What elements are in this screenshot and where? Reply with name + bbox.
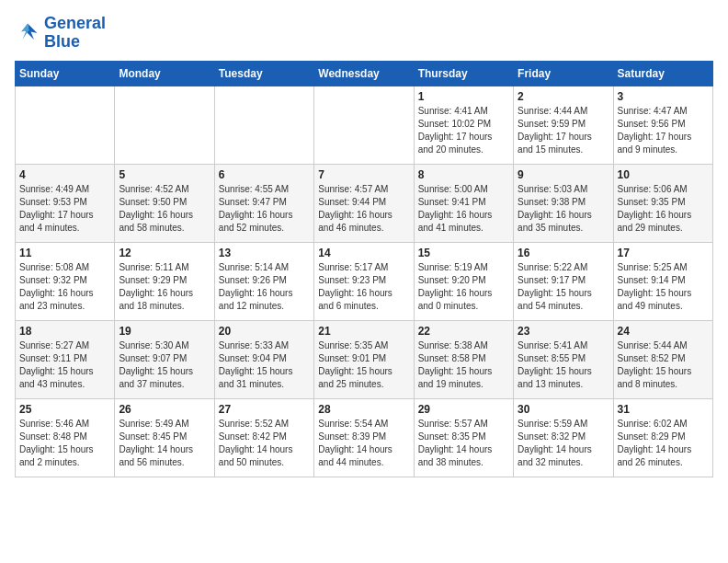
svg-marker-1 — [21, 23, 28, 40]
week-row-2: 4Sunrise: 4:49 AM Sunset: 9:53 PM Daylig… — [16, 164, 713, 242]
day-number: 21 — [318, 325, 409, 338]
day-number: 10 — [618, 168, 709, 181]
day-cell: 27Sunrise: 5:52 AM Sunset: 8:42 PM Dayli… — [214, 398, 313, 477]
day-detail: Sunrise: 5:00 AM Sunset: 9:41 PM Dayligh… — [418, 183, 509, 235]
day-cell: 15Sunrise: 5:19 AM Sunset: 9:20 PM Dayli… — [414, 242, 513, 320]
day-cell — [115, 86, 214, 164]
day-number: 7 — [318, 168, 409, 181]
day-cell: 6Sunrise: 4:55 AM Sunset: 9:47 PM Daylig… — [214, 164, 313, 242]
day-number: 4 — [19, 168, 110, 181]
calendar-body: 1Sunrise: 4:41 AM Sunset: 10:02 PM Dayli… — [16, 86, 713, 477]
day-cell: 24Sunrise: 5:44 AM Sunset: 8:52 PM Dayli… — [613, 320, 712, 398]
day-detail: Sunrise: 5:59 AM Sunset: 8:32 PM Dayligh… — [518, 418, 609, 469]
day-detail: Sunrise: 5:11 AM Sunset: 9:29 PM Dayligh… — [119, 261, 210, 313]
day-cell: 29Sunrise: 5:57 AM Sunset: 8:35 PM Dayli… — [414, 398, 513, 477]
day-detail: Sunrise: 5:27 AM Sunset: 9:11 PM Dayligh… — [19, 339, 110, 391]
day-detail: Sunrise: 4:47 AM Sunset: 9:56 PM Dayligh… — [618, 105, 709, 156]
day-number: 2 — [518, 90, 609, 103]
day-detail: Sunrise: 5:03 AM Sunset: 9:38 PM Dayligh… — [518, 183, 609, 235]
day-detail: Sunrise: 4:44 AM Sunset: 9:59 PM Dayligh… — [518, 105, 609, 156]
day-number: 28 — [318, 403, 409, 416]
day-detail: Sunrise: 5:25 AM Sunset: 9:14 PM Dayligh… — [618, 261, 709, 313]
day-number: 26 — [119, 403, 210, 416]
day-detail: Sunrise: 5:19 AM Sunset: 9:20 PM Dayligh… — [418, 261, 509, 313]
day-detail: Sunrise: 5:38 AM Sunset: 8:58 PM Dayligh… — [418, 339, 509, 391]
day-cell: 25Sunrise: 5:46 AM Sunset: 8:48 PM Dayli… — [16, 398, 115, 477]
day-cell: 4Sunrise: 4:49 AM Sunset: 9:53 PM Daylig… — [16, 164, 115, 242]
day-cell: 12Sunrise: 5:11 AM Sunset: 9:29 PM Dayli… — [115, 242, 214, 320]
header-cell-tuesday: Tuesday — [214, 61, 313, 86]
day-number: 14 — [318, 247, 409, 259]
day-detail: Sunrise: 5:41 AM Sunset: 8:55 PM Dayligh… — [518, 339, 609, 391]
day-cell: 3Sunrise: 4:47 AM Sunset: 9:56 PM Daylig… — [613, 86, 712, 164]
day-detail: Sunrise: 5:14 AM Sunset: 9:26 PM Dayligh… — [219, 261, 310, 313]
day-number: 8 — [418, 168, 509, 181]
day-detail: Sunrise: 5:30 AM Sunset: 9:07 PM Dayligh… — [119, 339, 210, 391]
day-cell: 8Sunrise: 5:00 AM Sunset: 9:41 PM Daylig… — [414, 164, 513, 242]
header-cell-thursday: Thursday — [414, 61, 513, 86]
day-number: 3 — [618, 90, 709, 103]
day-detail: Sunrise: 5:52 AM Sunset: 8:42 PM Dayligh… — [219, 418, 310, 469]
day-detail: Sunrise: 4:41 AM Sunset: 10:02 PM Daylig… — [418, 105, 509, 156]
day-cell: 19Sunrise: 5:30 AM Sunset: 9:07 PM Dayli… — [115, 320, 214, 398]
day-detail: Sunrise: 4:52 AM Sunset: 9:50 PM Dayligh… — [119, 183, 210, 235]
day-detail: Sunrise: 4:49 AM Sunset: 9:53 PM Dayligh… — [19, 183, 110, 235]
header-cell-saturday: Saturday — [613, 61, 712, 86]
day-number: 30 — [518, 403, 609, 416]
day-cell — [314, 86, 414, 164]
day-cell: 18Sunrise: 5:27 AM Sunset: 9:11 PM Dayli… — [16, 320, 115, 398]
day-cell: 1Sunrise: 4:41 AM Sunset: 10:02 PM Dayli… — [414, 86, 513, 164]
day-cell: 14Sunrise: 5:17 AM Sunset: 9:23 PM Dayli… — [314, 242, 414, 320]
day-number: 23 — [518, 325, 609, 338]
day-cell: 26Sunrise: 5:49 AM Sunset: 8:45 PM Dayli… — [115, 398, 214, 477]
day-detail: Sunrise: 5:33 AM Sunset: 9:04 PM Dayligh… — [219, 339, 310, 391]
day-cell: 17Sunrise: 5:25 AM Sunset: 9:14 PM Dayli… — [613, 242, 712, 320]
day-number: 24 — [618, 325, 709, 338]
day-number: 5 — [119, 168, 210, 181]
day-number: 18 — [19, 325, 110, 338]
day-cell: 22Sunrise: 5:38 AM Sunset: 8:58 PM Dayli… — [414, 320, 513, 398]
day-detail: Sunrise: 5:54 AM Sunset: 8:39 PM Dayligh… — [318, 418, 409, 469]
header-cell-friday: Friday — [514, 61, 613, 86]
day-cell: 5Sunrise: 4:52 AM Sunset: 9:50 PM Daylig… — [115, 164, 214, 242]
week-row-4: 18Sunrise: 5:27 AM Sunset: 9:11 PM Dayli… — [16, 320, 713, 398]
day-detail: Sunrise: 5:08 AM Sunset: 9:32 PM Dayligh… — [19, 261, 110, 313]
header-cell-monday: Monday — [115, 61, 214, 86]
day-number: 15 — [418, 247, 509, 259]
day-cell: 13Sunrise: 5:14 AM Sunset: 9:26 PM Dayli… — [214, 242, 313, 320]
day-cell: 28Sunrise: 5:54 AM Sunset: 8:39 PM Dayli… — [314, 398, 414, 477]
day-cell: 23Sunrise: 5:41 AM Sunset: 8:55 PM Dayli… — [514, 320, 613, 398]
header-cell-sunday: Sunday — [16, 61, 115, 86]
day-cell: 10Sunrise: 5:06 AM Sunset: 9:35 PM Dayli… — [613, 164, 712, 242]
day-detail: Sunrise: 5:17 AM Sunset: 9:23 PM Dayligh… — [318, 261, 409, 313]
page-header: General Blue — [15, 15, 713, 52]
week-row-3: 11Sunrise: 5:08 AM Sunset: 9:32 PM Dayli… — [16, 242, 713, 320]
day-detail: Sunrise: 5:06 AM Sunset: 9:35 PM Dayligh… — [618, 183, 709, 235]
day-detail: Sunrise: 5:46 AM Sunset: 8:48 PM Dayligh… — [19, 418, 110, 469]
day-number: 12 — [119, 247, 210, 259]
day-number: 16 — [518, 247, 609, 259]
week-row-5: 25Sunrise: 5:46 AM Sunset: 8:48 PM Dayli… — [16, 398, 713, 477]
day-detail: Sunrise: 4:57 AM Sunset: 9:44 PM Dayligh… — [318, 183, 409, 235]
day-number: 22 — [418, 325, 509, 338]
calendar-table: SundayMondayTuesdayWednesdayThursdayFrid… — [15, 61, 713, 477]
day-cell: 31Sunrise: 6:02 AM Sunset: 8:29 PM Dayli… — [613, 398, 712, 477]
day-number: 29 — [418, 403, 509, 416]
day-cell — [16, 86, 115, 164]
day-number: 31 — [618, 403, 709, 416]
day-number: 6 — [219, 168, 310, 181]
day-number: 11 — [19, 247, 110, 259]
day-cell: 16Sunrise: 5:22 AM Sunset: 9:17 PM Dayli… — [514, 242, 613, 320]
day-number: 27 — [219, 403, 310, 416]
header-row: SundayMondayTuesdayWednesdayThursdayFrid… — [16, 61, 713, 86]
day-cell — [214, 86, 313, 164]
day-cell: 2Sunrise: 4:44 AM Sunset: 9:59 PM Daylig… — [514, 86, 613, 164]
day-cell: 7Sunrise: 4:57 AM Sunset: 9:44 PM Daylig… — [314, 164, 414, 242]
day-detail: Sunrise: 5:57 AM Sunset: 8:35 PM Dayligh… — [418, 418, 509, 469]
day-number: 20 — [219, 325, 310, 338]
day-detail: Sunrise: 6:02 AM Sunset: 8:29 PM Dayligh… — [618, 418, 709, 469]
day-number: 25 — [19, 403, 110, 416]
logo-icon — [15, 20, 40, 46]
day-cell: 20Sunrise: 5:33 AM Sunset: 9:04 PM Dayli… — [214, 320, 313, 398]
day-number: 1 — [418, 90, 509, 103]
